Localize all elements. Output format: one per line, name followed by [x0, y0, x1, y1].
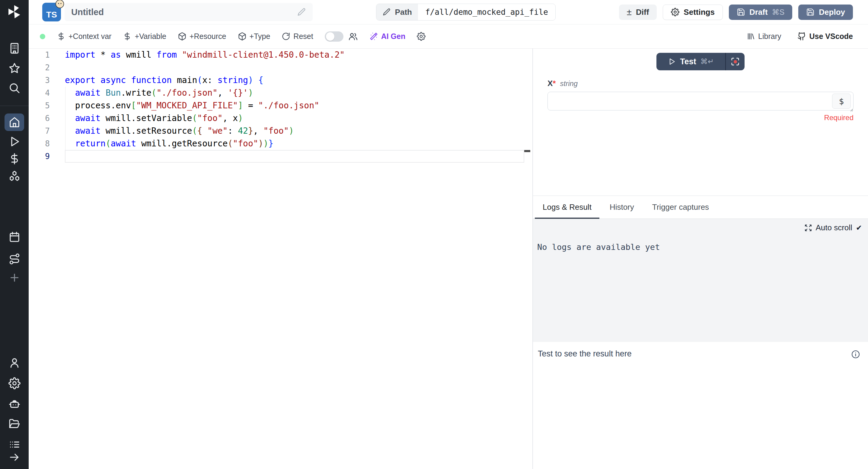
language-typescript-badge: TS: [42, 3, 61, 22]
add-context-var-button[interactable]: +Context var: [57, 32, 112, 41]
reset-button[interactable]: Reset: [282, 32, 313, 41]
resize-handle[interactable]: [848, 106, 854, 112]
path-label-chip: Path: [376, 4, 418, 20]
deploy-button[interactable]: Deploy: [798, 4, 853, 20]
code-line[interactable]: await wmill.setResource({ "we": 42}, "fo…: [65, 125, 532, 137]
header-actions: ± Diff Settings Draft ⌘S Deploy: [619, 4, 853, 20]
test-button-main[interactable]: Test ⌘↵: [656, 53, 725, 70]
sidebar-item-workers-robot-icon[interactable]: [8, 397, 21, 410]
sidebar-add-plus-icon[interactable]: [8, 271, 21, 284]
line-number: 9: [29, 150, 50, 163]
path-widget[interactable]: Path f/all/demo_mocked_api_file: [376, 4, 556, 21]
favorites-star-icon[interactable]: [8, 62, 21, 74]
script-title-field[interactable]: Untitled: [65, 3, 313, 21]
auto-scroll-control[interactable]: Auto scroll ✔: [804, 223, 862, 232]
code-editor[interactable]: 123456789 import * as wmill from "windmi…: [29, 49, 532, 469]
multiplayer-toggle[interactable]: [325, 31, 343, 42]
draft-shortcut: ⌘S: [772, 8, 785, 17]
add-variable-button[interactable]: +Variable: [123, 32, 166, 41]
sidebar-item-user-icon[interactable]: [8, 356, 21, 369]
line-number: 7: [29, 125, 50, 137]
package-icon: [178, 32, 187, 41]
code-line[interactable]: await Bun.write("./foo.json", '{}'): [65, 87, 532, 99]
code-line[interactable]: export async function main(x: string) {: [65, 74, 532, 87]
bun-runtime-icon: [55, 0, 65, 9]
sidebar-item-audit-list-icon[interactable]: [8, 438, 21, 451]
sidebar-item-flows-route-icon[interactable]: [8, 252, 21, 265]
tabs-row: Logs & Result History Trigger captures: [533, 196, 868, 219]
record-red-dot: [734, 60, 737, 63]
result-panel: Test to see the result here: [533, 342, 868, 469]
package-icon: [238, 32, 247, 41]
code-line[interactable]: [65, 150, 524, 163]
toolbar-right: Library Use VScode: [746, 32, 853, 41]
use-vscode-button[interactable]: Use VScode: [797, 32, 853, 41]
tab-logs-result[interactable]: Logs & Result: [535, 196, 599, 219]
line-number: 1: [29, 49, 50, 61]
line-number: 8: [29, 137, 50, 150]
diff-button[interactable]: ± Diff: [619, 4, 657, 20]
search-icon[interactable]: [8, 82, 21, 94]
argument-label-row: X * string: [548, 79, 854, 88]
result-empty-text: Test to see the result here: [538, 349, 632, 358]
code-line[interactable]: process.env["WM_MOCKED_API_FILE"] = "./f…: [65, 99, 532, 112]
line-number: 3: [29, 74, 50, 87]
code-line[interactable]: return(await wmill.getResource("foo"))}: [65, 137, 532, 150]
tab-history[interactable]: History: [602, 196, 642, 219]
sidebar-collapse-arrow-right-icon[interactable]: [8, 450, 21, 464]
path-label: Path: [395, 7, 412, 17]
content-row: 123456789 import * as wmill from "windmi…: [29, 49, 868, 469]
sidebar-item-home[interactable]: [4, 114, 24, 131]
workspace-building-icon[interactable]: [8, 42, 21, 55]
play-icon: [668, 58, 676, 65]
sidebar-item-folders-icon[interactable]: [8, 417, 21, 430]
sidebar-item-settings-gear-icon[interactable]: [8, 377, 21, 389]
windmill-app: TS Untitled Path f/all/demo_mocked_api_f…: [0, 0, 868, 469]
editor-settings-gear-button[interactable]: [417, 32, 426, 41]
code-line[interactable]: await wmill.setVariable("foo", x): [65, 112, 532, 125]
library-icon: [746, 32, 755, 41]
logs-panel: Auto scroll ✔ No logs are available yet: [533, 219, 868, 342]
required-helper-text: Required: [548, 114, 854, 122]
ai-gen-button[interactable]: AI Gen: [369, 32, 406, 41]
edit-title-pencil-icon[interactable]: [297, 7, 306, 17]
test-args-section: Test ⌘↵ X * string: [533, 49, 868, 195]
code-line[interactable]: import * as wmill from "windmill-client@…: [65, 49, 532, 61]
gear-icon: [417, 32, 426, 41]
library-button[interactable]: Library: [746, 32, 781, 41]
editor-code[interactable]: import * as wmill from "windmill-client@…: [65, 49, 532, 469]
sidebar-item-schedules-calendar-icon[interactable]: [8, 230, 21, 243]
sidebar: [0, 0, 29, 469]
add-type-button[interactable]: +Type: [238, 32, 271, 41]
tab-trigger-captures[interactable]: Trigger captures: [644, 196, 717, 219]
gear-icon: [671, 8, 679, 16]
indent-guide: [65, 87, 65, 150]
windmill-logo-icon[interactable]: [7, 4, 22, 19]
argument-input[interactable]: $: [548, 92, 854, 111]
settings-button[interactable]: Settings: [663, 4, 723, 20]
dollar-icon: [123, 32, 132, 41]
add-resource-button[interactable]: +Resource: [178, 32, 226, 41]
line-number: 5: [29, 99, 50, 112]
edit-path-pencil-icon: [382, 8, 391, 16]
code-line[interactable]: [65, 61, 532, 74]
test-button[interactable]: Test ⌘↵: [656, 53, 745, 70]
test-capture-button[interactable]: [726, 53, 745, 70]
sidebar-item-runs-play-icon[interactable]: [8, 135, 21, 148]
sidebar-item-resources-boxes-icon[interactable]: [8, 169, 21, 182]
refresh-icon: [282, 32, 290, 41]
draft-button[interactable]: Draft ⌘S: [729, 4, 792, 20]
editor-gutter: 123456789: [29, 49, 65, 469]
info-icon[interactable]: [851, 350, 860, 359]
diff-icon: ±: [627, 7, 632, 17]
github-icon: [797, 32, 806, 41]
path-value: f/all/demo_mocked_api_file: [418, 7, 555, 17]
right-panel: Test ⌘↵ X * string: [533, 49, 868, 469]
main-column: TS Untitled Path f/all/demo_mocked_api_f…: [29, 0, 868, 469]
sidebar-item-variables-dollar-icon[interactable]: [8, 152, 21, 165]
line-number: 4: [29, 87, 50, 99]
save-icon: [737, 8, 745, 16]
argument-name: X: [548, 79, 553, 88]
expand-icon: [804, 224, 812, 232]
topbar: TS Untitled Path f/all/demo_mocked_api_f…: [29, 0, 868, 25]
